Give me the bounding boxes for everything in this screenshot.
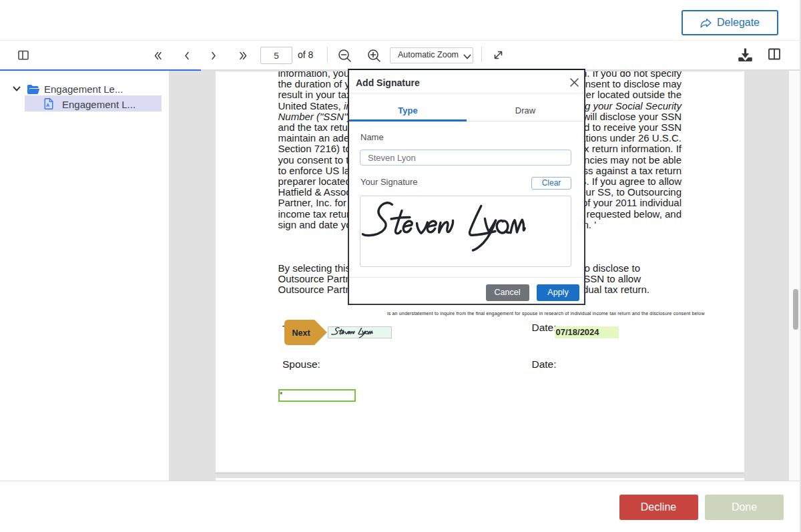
svg-text:Next: Next	[292, 328, 310, 338]
svg-text:A: A	[46, 102, 49, 107]
